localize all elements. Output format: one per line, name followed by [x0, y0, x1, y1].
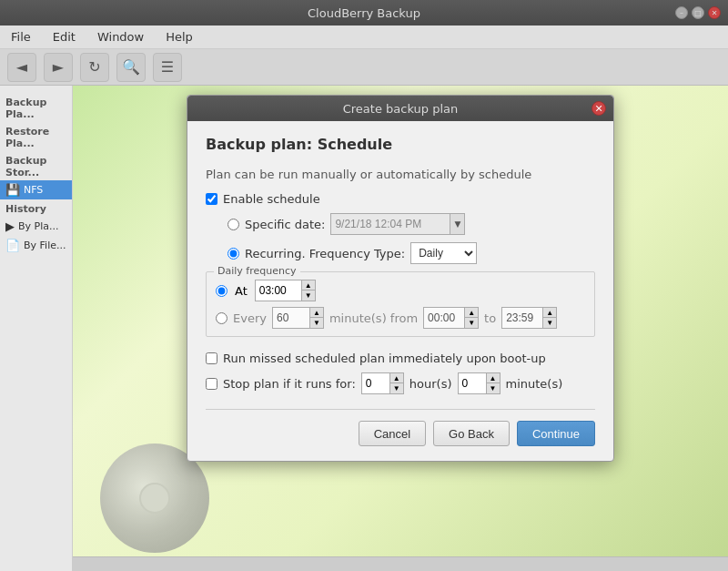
- date-picker-arrow[interactable]: ▼: [450, 214, 464, 234]
- to-up-button[interactable]: ▲: [543, 308, 556, 318]
- to-time-input[interactable]: [502, 308, 542, 328]
- from-up-button[interactable]: ▲: [465, 308, 478, 318]
- stop-minutes-input[interactable]: [459, 373, 486, 393]
- toolbar-btn-2[interactable]: ►: [44, 53, 73, 82]
- toolbar-btn-1[interactable]: ◄: [7, 53, 36, 82]
- toolbar-btn-5[interactable]: ☰: [153, 53, 182, 82]
- recurring-row: Recurring. Frequency Type: Daily Weekly …: [228, 242, 595, 264]
- dialog-heading: Backup plan: Schedule: [206, 136, 595, 153]
- to-down-button[interactable]: ▼: [543, 318, 556, 328]
- stop-hours-down-button[interactable]: ▼: [390, 383, 403, 393]
- sidebar-item-nfs[interactable]: 💾 NFS: [0, 180, 72, 199]
- menubar: File Edit Window Help: [0, 25, 728, 49]
- every-spinner-buttons: ▲ ▼: [309, 308, 323, 328]
- dialog-title: Create backup plan: [343, 102, 459, 116]
- sidebar-item-by-plan[interactable]: ▶ By Pla...: [0, 217, 72, 236]
- at-label: At: [235, 284, 248, 298]
- sidebar-section-restore-plans: Restore Pla...: [0, 122, 72, 151]
- stop-hours-spinner: ▲ ▼: [361, 372, 404, 394]
- minimize-button[interactable]: –: [675, 6, 688, 19]
- stop-minutes-down-button[interactable]: ▼: [487, 383, 500, 393]
- stop-minutes-label: minute(s): [506, 377, 563, 391]
- every-row: Every ▲ ▼ minute(s) from: [216, 307, 585, 329]
- every-label: Every: [233, 311, 267, 325]
- from-spinner-buttons: ▲ ▼: [464, 308, 478, 328]
- app-container: Backup Pla... Restore Pla... Backup Stor…: [0, 86, 728, 571]
- sidebar-item-by-plan-label: By Pla...: [18, 220, 58, 232]
- from-time-input[interactable]: [424, 308, 464, 328]
- by-file-icon: 📄: [5, 239, 20, 252]
- dialog-titlebar: Create backup plan ✕: [187, 96, 613, 121]
- run-missed-checkbox[interactable]: [206, 352, 217, 364]
- sidebar-item-by-file[interactable]: 📄 By File...: [0, 236, 72, 255]
- enable-schedule-row: Enable schedule: [206, 192, 595, 206]
- menu-help[interactable]: Help: [162, 28, 197, 46]
- every-interval-spinner: ▲ ▼: [272, 307, 324, 329]
- stop-hours-up-button[interactable]: ▲: [390, 373, 403, 383]
- nfs-icon: 💾: [5, 183, 20, 197]
- stop-minutes-up-button[interactable]: ▲: [487, 373, 500, 383]
- sidebar-section-backup-storage: Backup Stor...: [0, 151, 72, 180]
- sidebar-section-backup-plans: Backup Pla...: [0, 93, 72, 122]
- cancel-button[interactable]: Cancel: [359, 421, 426, 446]
- toolbar-btn-3[interactable]: ↻: [80, 53, 109, 82]
- dialog-overlay: Create backup plan ✕ Backup plan: Schedu…: [73, 86, 728, 571]
- menu-window[interactable]: Window: [94, 28, 147, 46]
- create-backup-plan-dialog: Create backup plan ✕ Backup plan: Schedu…: [187, 95, 614, 462]
- to-time-spinner: ▲ ▼: [501, 307, 557, 329]
- at-time-input[interactable]: [256, 280, 301, 301]
- dialog-close-button[interactable]: ✕: [592, 101, 606, 116]
- maximize-button[interactable]: □: [692, 6, 704, 19]
- sidebar-item-by-file-label: By File...: [24, 240, 66, 251]
- from-down-button[interactable]: ▼: [465, 318, 478, 328]
- titlebar-controls: – □ ✕: [675, 6, 721, 19]
- sidebar-section-history: History: [0, 199, 72, 217]
- enable-schedule-label: Enable schedule: [223, 192, 320, 206]
- at-time-up-button[interactable]: ▲: [302, 280, 315, 291]
- stop-minutes-spinner-buttons: ▲ ▼: [486, 373, 500, 393]
- specific-date-label: Specific date:: [245, 218, 325, 231]
- menu-file[interactable]: File: [7, 28, 35, 46]
- stop-plan-row: Stop plan if it runs for: ▲ ▼ hour(s): [206, 372, 595, 394]
- bottom-options: Run missed scheduled plan immediately up…: [206, 352, 595, 394]
- specific-date-row: Specific date: ▼: [228, 213, 595, 235]
- every-interval-input[interactable]: [273, 308, 309, 328]
- close-button[interactable]: ✕: [708, 6, 721, 19]
- every-down-button[interactable]: ▼: [310, 318, 323, 328]
- enable-schedule-checkbox[interactable]: [206, 193, 217, 205]
- specific-date-input-wrap: ▼: [330, 213, 465, 235]
- at-time-down-button[interactable]: ▼: [302, 291, 315, 301]
- frequency-type-select[interactable]: Daily Weekly Monthly: [410, 242, 477, 264]
- toolbar-btn-4[interactable]: 🔍: [116, 53, 146, 82]
- continue-button[interactable]: Continue: [517, 421, 595, 446]
- at-radio[interactable]: [216, 285, 228, 297]
- bottom-scrollbar[interactable]: [73, 556, 728, 571]
- hours-label: hour(s): [410, 377, 452, 391]
- recurring-radio[interactable]: [228, 248, 239, 260]
- specific-date-radio[interactable]: [228, 219, 239, 230]
- daily-frequency-group: Daily frequency At ▲ ▼: [206, 271, 595, 337]
- toolbar: ◄ ► ↻ 🔍 ☰: [0, 49, 728, 86]
- to-spinner-buttons: ▲ ▼: [542, 308, 556, 328]
- to-label: to: [484, 311, 496, 325]
- dialog-subtitle: Plan can be run manually or automaticall…: [206, 168, 595, 181]
- sidebar-item-nfs-label: NFS: [24, 184, 43, 196]
- at-time-spinner: ▲ ▼: [255, 280, 316, 301]
- at-time-spinner-buttons: ▲ ▼: [301, 280, 315, 301]
- every-radio[interactable]: [216, 312, 228, 324]
- content-area: Create backup plan ✕ Backup plan: Schedu…: [73, 86, 728, 571]
- from-time-spinner: ▲ ▼: [423, 307, 479, 329]
- background-content: Create backup plan ✕ Backup plan: Schedu…: [73, 86, 728, 571]
- stop-hours-input[interactable]: [362, 373, 389, 393]
- go-back-button[interactable]: Go Back: [433, 421, 510, 446]
- menu-edit[interactable]: Edit: [49, 28, 79, 46]
- every-up-button[interactable]: ▲: [310, 308, 323, 318]
- dialog-button-row: Cancel Go Back Continue: [206, 409, 595, 446]
- by-plan-icon: ▶: [5, 219, 15, 233]
- stop-hours-spinner-buttons: ▲ ▼: [389, 373, 403, 393]
- sidebar: Backup Pla... Restore Pla... Backup Stor…: [0, 86, 73, 571]
- specific-date-input[interactable]: [331, 214, 450, 234]
- titlebar: CloudBerry Backup – □ ✕: [0, 0, 728, 25]
- stop-plan-label: Stop plan if it runs for:: [223, 377, 356, 391]
- stop-plan-checkbox[interactable]: [206, 378, 217, 390]
